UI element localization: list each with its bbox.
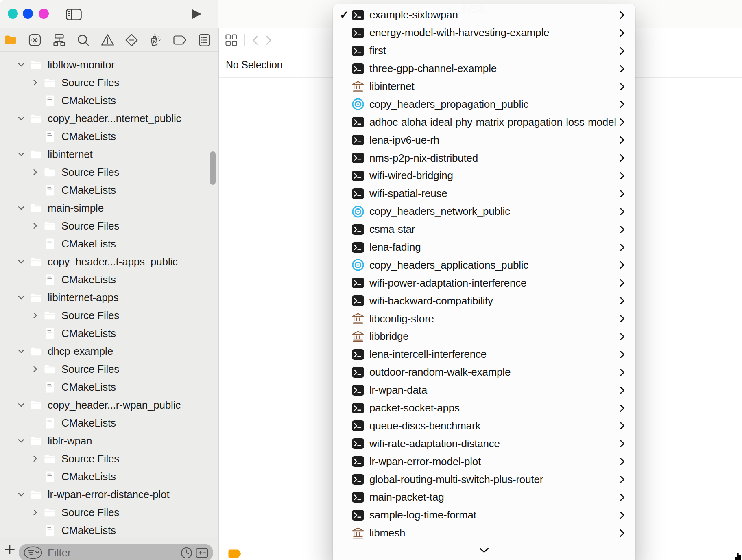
menu-item[interactable]: ✓ example-sixlowpan [333,6,635,24]
tree-row[interactable]: CMakeLists [0,378,216,396]
chevron-down-icon[interactable] [18,349,24,354]
tree-row[interactable]: CMakeLists [0,181,216,199]
chevron-right-icon[interactable] [32,312,38,319]
go-back-icon[interactable] [252,35,258,45]
find-navigator-tab[interactable] [73,28,93,51]
tree-row[interactable]: libflow-monitor [0,56,216,74]
minimize-window-button[interactable] [23,9,33,19]
chevron-right-icon[interactable] [32,366,38,372]
chevron-right-icon[interactable] [32,509,38,516]
tree-row[interactable]: liblr-wpan [0,432,216,450]
menu-item[interactable]: libmesh [333,524,635,542]
chevron-down-icon[interactable] [18,152,24,157]
chevron-down-icon[interactable] [18,439,24,443]
tree-row[interactable]: CMakeLists [0,127,216,145]
tree-row[interactable]: CMakeLists [0,271,216,289]
filter-input[interactable] [47,546,181,560]
menu-item[interactable]: adhoc-aloha-ideal-phy-matrix-propagation… [333,113,635,131]
toggle-sidebar-icon[interactable] [66,9,82,20]
close-window-button[interactable] [8,9,18,19]
menu-item[interactable]: lena-fading [333,238,635,256]
source-control-status-filter-icon[interactable] [196,548,208,558]
tree-row[interactable]: CMakeLists [0,235,216,253]
sidebar-scrollbar[interactable] [210,151,216,185]
chevron-down-icon[interactable] [18,403,24,407]
menu-item[interactable]: global-routing-multi-switch-plus-router [333,470,635,488]
menu-item[interactable]: libbridge [333,328,635,346]
tree-row[interactable]: main-simple [0,199,216,217]
tree-row[interactable]: copy_header...t-apps_public [0,253,216,271]
breakpoint-navigator-tab[interactable] [170,28,190,51]
menu-item[interactable]: packet-socket-apps [333,399,635,417]
zoom-window-button[interactable] [39,9,49,19]
menu-item[interactable]: wifi-power-adaptation-interference [333,274,635,292]
menu-item[interactable]: libinternet [333,78,635,96]
tree-row[interactable]: dhcp-example [0,342,216,360]
submenu-chevron-icon [620,65,625,73]
issue-navigator-tab[interactable] [98,28,117,51]
tree-row[interactable]: CMakeLists [0,521,216,538]
add-button[interactable] [4,544,15,555]
run-button[interactable] [190,8,203,20]
chevron-down-icon[interactable] [18,295,24,300]
menu-item[interactable]: lr-wpan-error-model-plot [333,453,635,470]
menu-item[interactable]: outdoor-random-walk-example [333,363,635,381]
menu-item[interactable]: copy_headers_applications_public [333,256,635,274]
tree-row[interactable]: Source Files [0,306,216,324]
tree-row[interactable]: Source Files [0,360,216,378]
related-items-icon[interactable] [225,34,237,46]
debug-navigator-tab[interactable] [146,28,165,51]
tree-row[interactable]: Source Files [0,74,216,92]
menu-item[interactable]: energy-model-with-harvesting-example [333,24,635,42]
jump-bar-tag-icon[interactable] [228,549,242,558]
menu-item[interactable]: csma-star [333,221,635,238]
menu-item[interactable]: copy_headers_network_public [333,203,635,221]
tree-row[interactable]: copy_header...nternet_public [0,109,216,127]
tree-row[interactable]: libinternet [0,145,216,163]
tree-row[interactable]: libinternet-apps [0,289,216,306]
chevron-down-icon[interactable] [18,63,24,67]
report-navigator-tab[interactable] [194,28,214,51]
menu-item[interactable]: sample-log-time-format [333,506,635,524]
menu-item[interactable]: wifi-backward-compatibility [333,292,635,310]
tree-row[interactable]: CMakeLists [0,468,216,486]
menu-item[interactable]: main-packet-tag [333,488,635,506]
menu-item[interactable]: wifi-wired-bridging [333,167,635,185]
menu-item[interactable]: wifi-spatial-reuse [333,185,635,203]
chevron-right-icon[interactable] [32,455,38,462]
chevron-down-icon[interactable] [18,116,24,121]
source-control-navigator-tab[interactable] [25,28,44,51]
menu-item[interactable]: lr-wpan-data [333,381,635,399]
menu-item[interactable]: queue-discs-benchmark [333,417,635,435]
chevron-right-icon[interactable] [32,79,38,86]
menu-item[interactable]: first [333,42,635,60]
menu-item[interactable]: lena-intercell-interference [333,346,635,363]
tree-row[interactable]: Source Files [0,163,216,181]
menu-item[interactable]: three-gpp-channel-example [333,60,635,78]
tree-row[interactable]: CMakeLists [0,92,216,109]
chevron-down-icon[interactable] [18,206,24,210]
tree-row[interactable]: Source Files [0,217,216,235]
menu-item[interactable]: copy_headers_propagation_public [333,95,635,113]
menu-item[interactable]: libconfig-store [333,310,635,328]
tree-row[interactable]: CMakeLists [0,324,216,342]
menu-scroll-down-icon[interactable] [479,548,489,553]
tree-row[interactable]: Source Files [0,450,216,468]
project-navigator-tab[interactable] [0,28,20,51]
recent-files-clock-icon[interactable] [181,547,192,559]
menu-item[interactable]: wifi-rate-adaptation-distance [333,435,635,453]
tree-row[interactable]: copy_header...r-wpan_public [0,396,216,414]
chevron-right-icon[interactable] [32,169,38,175]
chevron-down-icon[interactable] [18,492,24,497]
menu-item[interactable]: lena-ipv6-ue-rh [333,131,635,149]
tree-row[interactable]: CMakeLists [0,414,216,432]
chevron-down-icon[interactable] [18,260,24,264]
symbol-navigator-tab[interactable] [49,28,69,51]
filter-field[interactable] [19,544,213,560]
chevron-right-icon[interactable] [32,223,38,229]
test-navigator-tab[interactable] [122,28,141,51]
menu-item[interactable]: nms-p2p-nix-distributed [333,149,635,167]
tree-row[interactable]: lr-wpan-error-distance-plot [0,486,216,503]
tree-row[interactable]: Source Files [0,503,216,521]
go-forward-icon[interactable] [266,35,272,45]
